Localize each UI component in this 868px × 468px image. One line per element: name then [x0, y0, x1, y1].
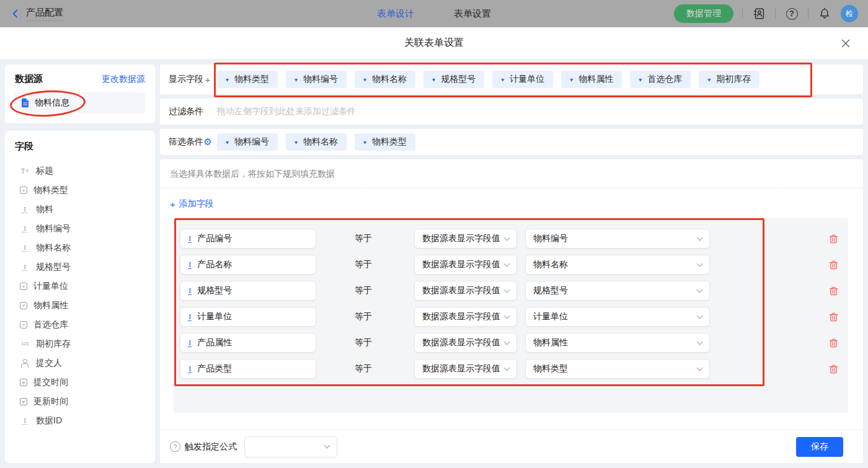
- rule-target-field[interactable]: 产品名称: [180, 255, 316, 275]
- sidebar-field-item[interactable]: 计量单位: [15, 276, 145, 296]
- caret-down-icon: [363, 139, 366, 146]
- screening-tag[interactable]: 物料编号: [217, 133, 278, 151]
- tab-form-design[interactable]: 表单设计: [377, 8, 414, 20]
- sidebar-field-item[interactable]: 提交时间: [15, 373, 145, 392]
- display-field-tag[interactable]: 物料名称: [355, 71, 415, 88]
- rules-panel: 产品编号 等于 数据源表显示字段值 物料编号: [174, 218, 848, 413]
- sidebar-field-item[interactable]: 数据ID: [15, 411, 145, 430]
- rule-source-select[interactable]: 数据源表显示字段值: [414, 359, 517, 379]
- field-type-icon: [20, 243, 30, 253]
- sidebar-field-item[interactable]: 提交人: [15, 353, 145, 373]
- rule-operator: 等于: [355, 363, 414, 374]
- field-type-icon: [20, 379, 27, 386]
- rule-row: 产品属性 等于 数据源表显示字段值 物料属性: [174, 330, 848, 356]
- add-field-button[interactable]: 添加字段: [160, 188, 224, 217]
- delete-rule-icon[interactable]: [829, 260, 838, 270]
- display-field-tag[interactable]: 规格型号: [423, 71, 484, 88]
- field-label: 期初库存: [36, 338, 71, 350]
- filter-drop-placeholder[interactable]: 拖动左侧字段到此处来添加过滤条件: [217, 106, 356, 117]
- chevron-down-icon: [697, 338, 703, 345]
- display-field-tag[interactable]: 物料属性: [561, 71, 622, 88]
- rule-source-select[interactable]: 数据源表显示字段值: [414, 281, 517, 301]
- field-type-icon: [20, 166, 30, 176]
- sidebar-field-item[interactable]: 首选仓库: [15, 315, 145, 334]
- rule-target-field[interactable]: 计量单位: [180, 307, 316, 327]
- rule-target-field[interactable]: 产品属性: [180, 333, 316, 353]
- sidebar-field-item[interactable]: 更新时间: [15, 392, 145, 411]
- divider: [775, 9, 776, 19]
- rule-value-select[interactable]: 物料名称: [525, 255, 710, 275]
- main-panel: 显示字段 物料类型 物料编号 物料名称: [160, 64, 863, 463]
- chevron-down-icon: [504, 260, 510, 267]
- delete-rule-icon[interactable]: [829, 338, 838, 348]
- rule-value-value: 物料编号: [533, 233, 568, 244]
- rule-row: 产品类型 等于 数据源表显示字段值 物料类型: [174, 356, 848, 382]
- rule-target-field[interactable]: 产品类型: [180, 359, 316, 379]
- field-label: 物料属性: [33, 300, 68, 311]
- back-button[interactable]: [10, 8, 21, 19]
- delete-rule-icon[interactable]: [829, 234, 838, 244]
- field-label: 提交时间: [33, 377, 68, 388]
- chevron-down-icon: [504, 234, 510, 241]
- display-field-tag[interactable]: 计量单位: [492, 71, 553, 88]
- topbar-tabs: 表单设计 表单设置: [377, 8, 491, 20]
- save-button[interactable]: 保存: [796, 437, 843, 457]
- rule-target-field[interactable]: 产品编号: [180, 229, 316, 249]
- delete-rule-icon[interactable]: [829, 364, 838, 374]
- rule-source-select[interactable]: 数据源表显示字段值: [414, 333, 517, 353]
- topbar: 产品配置 表单设计 表单设置 数据管理 检: [0, 0, 868, 27]
- sidebar-field-item[interactable]: 物料属性: [15, 296, 145, 315]
- rule-value-select[interactable]: 规格型号: [525, 281, 710, 301]
- text-field-icon: [188, 364, 192, 374]
- field-type-icon: [20, 187, 27, 194]
- datasource-item[interactable]: 物料信息: [15, 92, 145, 113]
- avatar[interactable]: 检: [841, 5, 858, 22]
- tab-form-settings[interactable]: 表单设置: [454, 8, 491, 20]
- display-fields-label: 显示字段: [169, 74, 203, 85]
- tag-label: 物料编号: [303, 74, 338, 85]
- caret-down-icon: [432, 76, 435, 83]
- rule-source-value: 数据源表显示字段值: [422, 285, 500, 296]
- rule-value-select[interactable]: 物料属性: [525, 333, 710, 353]
- display-field-tags: 物料类型 物料编号 物料名称 规格型号: [217, 71, 760, 88]
- rule-value-select[interactable]: 计量单位: [525, 307, 710, 327]
- change-datasource-link[interactable]: 更改数据源: [102, 74, 145, 85]
- close-icon[interactable]: [839, 37, 852, 50]
- question-circle-icon[interactable]: [170, 441, 180, 452]
- text-field-icon: [188, 338, 192, 348]
- sidebar-field-item[interactable]: 规格型号: [15, 257, 145, 276]
- add-display-field-icon[interactable]: [203, 74, 212, 85]
- bell-icon[interactable]: [817, 6, 832, 21]
- delete-rule-icon[interactable]: [829, 286, 838, 296]
- rule-value-select[interactable]: 物料类型: [525, 359, 710, 379]
- sidebar-field-item[interactable]: 期初库存: [15, 334, 145, 353]
- display-field-tag[interactable]: 物料编号: [286, 71, 347, 88]
- address-book-icon[interactable]: [751, 6, 766, 21]
- rule-value-select[interactable]: 物料编号: [525, 229, 710, 249]
- field-label: 首选仓库: [33, 319, 68, 330]
- rule-source-select[interactable]: 数据源表显示字段值: [414, 255, 517, 275]
- data-manage-button[interactable]: 数据管理: [674, 4, 733, 23]
- gear-icon[interactable]: [203, 136, 212, 148]
- sidebar-field-item[interactable]: 物料编号: [15, 219, 145, 238]
- rule-source-select[interactable]: 数据源表显示字段值: [414, 307, 517, 327]
- rule-source-select[interactable]: 数据源表显示字段值: [414, 229, 517, 249]
- sidebar: 数据源 更改数据源 物料信息 字段 标题: [5, 64, 155, 463]
- display-field-tag[interactable]: 物料类型: [217, 71, 278, 88]
- trigger-formula-select[interactable]: [244, 436, 337, 457]
- sidebar-field-item[interactable]: 物料类型: [15, 180, 145, 200]
- screening-tags: 物料编号 物料名称 物料类型: [217, 133, 415, 151]
- display-field-tag[interactable]: 期初库存: [699, 71, 760, 88]
- caret-down-icon: [226, 139, 229, 146]
- screening-tag[interactable]: 物料类型: [355, 133, 415, 151]
- sidebar-field-item[interactable]: 标题: [15, 161, 145, 180]
- screening-tag[interactable]: 物料名称: [286, 133, 347, 151]
- delete-rule-icon[interactable]: [829, 312, 838, 322]
- sidebar-field-item[interactable]: 物料名称: [15, 238, 145, 257]
- help-icon[interactable]: [784, 6, 799, 21]
- sidebar-field-item[interactable]: 物料: [15, 200, 145, 219]
- rule-target-field[interactable]: 规格型号: [180, 281, 316, 301]
- chevron-down-icon: [697, 364, 703, 371]
- display-field-tag[interactable]: 首选仓库: [630, 71, 691, 88]
- field-label: 物料编号: [36, 223, 71, 234]
